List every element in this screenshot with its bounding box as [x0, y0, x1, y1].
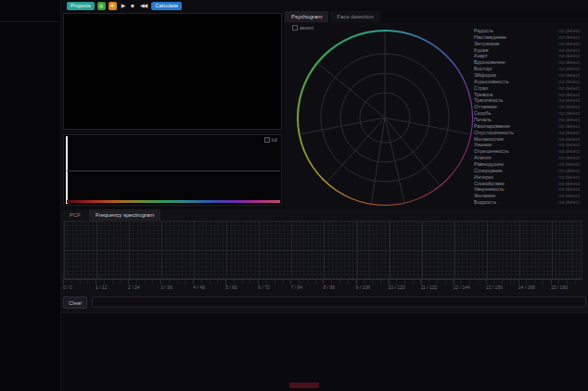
emotion-list: Радость no detect Наслаждение no detect … — [474, 28, 580, 206]
emotion-label: Трагичность — [474, 97, 503, 104]
time-axis-label: 7 / 84 — [290, 284, 302, 290]
emotion-label: Меланхолия — [474, 136, 504, 143]
emotion-value: no detect — [558, 92, 580, 98]
emotion-label: Интерес — [474, 174, 493, 181]
time-axis-label: 8 / 96 — [323, 284, 335, 290]
emotion-label: Отрешенность — [474, 148, 509, 155]
emotion-label: Равнодушие — [474, 161, 504, 168]
app-root: { "toolbar": { "projects_label": "Projec… — [0, 0, 588, 391]
emotion-value: no detect — [558, 168, 580, 174]
tab-face-detection[interactable]: Face detection — [330, 11, 379, 22]
add-icon[interactable]: ✚ — [109, 2, 117, 10]
emotion-row: Уверенность no detect — [474, 186, 580, 193]
emotion-row: Вдохновение no detect — [474, 59, 580, 66]
emotion-label: Вдохновение — [474, 59, 505, 66]
film-icon[interactable]: ▦ — [97, 2, 106, 10]
emotion-row: Разочарование no detect — [474, 123, 580, 130]
emotion-label: Уверенность — [474, 186, 505, 193]
time-axis-label: 5 / 60 — [225, 284, 237, 290]
emotion-row: Агрессивность no detect — [474, 79, 580, 85]
time-axis-label: 4 / 48 — [193, 284, 205, 290]
emotion-label: Созерцание — [474, 168, 503, 174]
time-axis-labels: 0 / 0 1 / 12 2 / 24 3 / 36 4 / 48 5 / 60… — [63, 284, 588, 291]
clear-button[interactable]: Clear — [63, 296, 87, 309]
emotion-value: no detect — [558, 193, 580, 199]
emotion-row: Восторг no detect — [474, 66, 580, 72]
time-axis-label: 6 / 72 — [258, 284, 270, 290]
emotion-row: Созерцание no detect — [474, 168, 580, 174]
emotion-label: Спокойствие — [474, 181, 505, 187]
emotion-row: Уныние no detect — [474, 142, 580, 148]
emotion-label: Уныние — [474, 142, 492, 148]
emotion-row: Равнодушие no detect — [474, 161, 580, 168]
emotion-label: Кураж — [474, 47, 489, 54]
emotion-row: Эйфория no detect — [474, 72, 580, 79]
emotion-row: Отрешенность no detect — [474, 148, 580, 155]
emotion-label: Эйфория — [474, 72, 496, 79]
emotion-value: no detect — [558, 123, 580, 130]
emotion-value: no detect — [558, 53, 580, 59]
psychogram-grid — [297, 30, 473, 206]
spectrogram-panel: PCF Frequency spectrogram 0 / 0 1 / 12 2… — [61, 209, 588, 313]
emotion-value: no detect — [558, 130, 580, 136]
emotion-label: Восторг — [474, 66, 492, 72]
time-axis-label: 10 / 120 — [389, 284, 405, 290]
emotion-value: no detect — [558, 41, 580, 47]
tab-psychogram[interactable]: Psychogram — [285, 11, 328, 22]
emotion-row: Страх no detect — [474, 85, 580, 92]
emotion-value: no detect — [558, 104, 580, 110]
emotion-value: no detect — [558, 174, 580, 181]
emotion-value: no detect — [558, 66, 580, 72]
emotion-value: no detect — [558, 59, 580, 66]
emotion-label: Апатия — [474, 155, 491, 161]
time-axis-label: 1 / 12 — [96, 284, 108, 290]
tab-pcf[interactable]: PCF — [63, 209, 87, 221]
emotion-label: Опустошённость — [474, 130, 514, 136]
emotion-row: Азарт no detect — [474, 53, 580, 59]
time-axis-label: 15 / 180 — [551, 284, 568, 290]
bottom-tab-bar: PCF Frequency spectrogram — [63, 209, 162, 220]
tab-frequency-spectrogram[interactable]: Frequency spectrogram — [89, 209, 160, 221]
emotion-label: Энтузиазм — [474, 41, 499, 47]
waveform-midline — [67, 170, 280, 171]
emotion-value: no detect — [558, 117, 580, 123]
stop-icon[interactable]: ■ — [129, 2, 135, 10]
emotion-value: no detect — [558, 155, 580, 161]
emotion-row: Апатия no detect — [474, 155, 580, 161]
emotion-row: Бодрость no detect — [474, 199, 580, 206]
emotion-value: no detect — [558, 142, 580, 148]
bottom-input[interactable] — [92, 296, 586, 308]
time-axis-label: 13 / 156 — [486, 284, 503, 290]
emotion-label: Отчаяние — [474, 104, 497, 110]
emotion-label: Азарт — [474, 53, 488, 59]
time-axis-label: 14 / 168 — [518, 284, 535, 290]
emotion-row: Желание no detect — [474, 193, 580, 199]
emotion-value: no detect — [558, 136, 580, 143]
full-label: full — [272, 137, 277, 143]
emotion-row: Опустошённость no detect — [474, 130, 580, 136]
emotion-row: Меланхолия no detect — [474, 136, 580, 143]
emotion-row: Трагичность no detect — [474, 97, 580, 104]
right-tab-bar: Psychogram Face detection — [285, 11, 588, 22]
emotion-value: no detect — [558, 161, 580, 168]
emotion-label: Тревога — [474, 92, 492, 98]
sidebar-divider — [0, 21, 60, 22]
empty-results-area — [61, 313, 588, 391]
emotion-label: Разочарование — [474, 123, 510, 130]
emotion-value: no detect — [558, 28, 580, 34]
emotion-row: Радость no detect — [474, 28, 580, 34]
projects-button[interactable]: Projects — [67, 2, 95, 10]
emotion-label: Бодрость — [474, 199, 496, 206]
emotion-value: no detect — [558, 47, 580, 54]
emotion-row: Печаль no detect — [474, 117, 580, 123]
waveform-panel[interactable]: full — [63, 134, 282, 206]
rewind-icon[interactable]: ◀◀ — [138, 2, 148, 10]
play-icon[interactable]: ▶ — [120, 2, 127, 10]
emotion-label: Печаль — [474, 117, 492, 123]
calculate-button[interactable]: Calculate — [151, 2, 182, 10]
time-axis-label: 0 / 0 — [63, 284, 72, 290]
emotion-value: no detect — [558, 148, 580, 155]
full-checkbox[interactable] — [264, 137, 270, 143]
emotion-label: Страх — [474, 85, 488, 92]
emotion-label: Наслаждение — [474, 34, 506, 41]
